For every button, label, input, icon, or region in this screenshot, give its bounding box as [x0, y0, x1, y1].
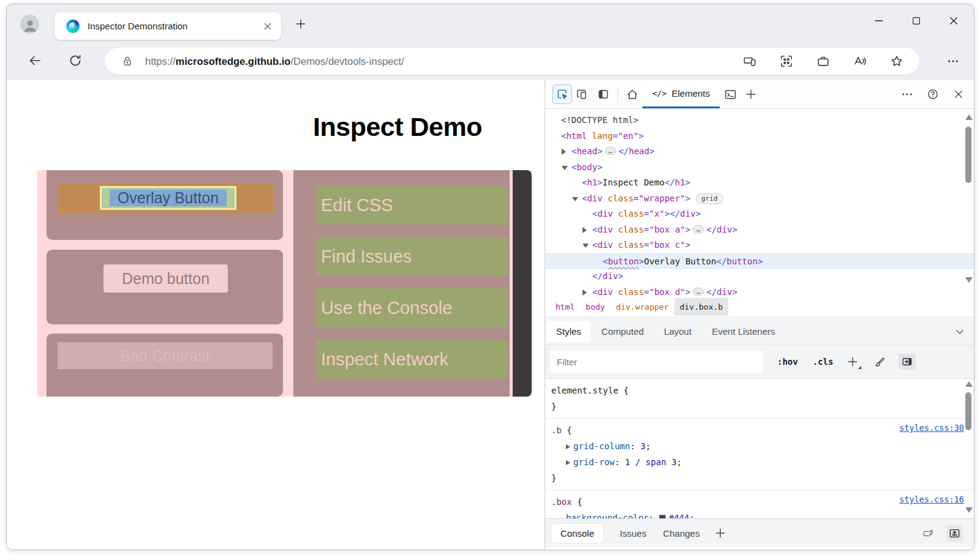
dom-token: head — [576, 146, 597, 156]
ellipsis-expand-icon[interactable]: … — [605, 147, 616, 155]
back-button[interactable] — [28, 53, 42, 68]
dock-side-icon[interactable] — [593, 84, 614, 105]
collapse-arrow-icon[interactable] — [562, 166, 568, 170]
tab-close-icon[interactable] — [263, 21, 273, 31]
tab-title: Inspector Demonstration — [88, 21, 263, 31]
drawer-tab-console[interactable]: Console — [551, 524, 603, 543]
collapse-arrow-icon[interactable] — [582, 244, 589, 248]
css-property[interactable]: grid-column: 3; — [545, 438, 974, 454]
dom-tree-row[interactable]: <head>…</head> — [545, 144, 974, 160]
expand-arrow-icon[interactable] — [562, 149, 566, 155]
box-c: Demo button — [47, 250, 283, 324]
devtools-panel: </> Elements <!DOCTYPE html><html lang="… — [545, 80, 974, 550]
breadcrumb-body[interactable]: body — [580, 298, 610, 316]
computed-sidebar-toggle-icon[interactable] — [899, 354, 916, 370]
inspect-element-icon[interactable] — [552, 84, 572, 104]
page-link-edit-css[interactable]: Edit CSS — [317, 185, 508, 225]
rule-selector-line[interactable]: element.style { — [545, 383, 974, 398]
breadcrumb-div-box-b[interactable]: div.box.b — [674, 298, 728, 316]
tab-styles[interactable]: Styles — [547, 321, 590, 342]
tab-event-listeners[interactable]: Event Listeners — [703, 321, 784, 342]
url-text[interactable]: https://microsoftedge.github.io/Demos/de… — [145, 56, 743, 67]
new-style-rule-icon[interactable] — [846, 356, 859, 368]
drawer-tab-changes[interactable]: Changes — [663, 528, 699, 539]
minimize-button[interactable] — [873, 15, 884, 26]
dom-tree-row[interactable]: <div class="x"></div> — [545, 206, 974, 222]
tab-elements[interactable]: </> Elements — [643, 80, 720, 108]
dom-tree-row[interactable]: <div class="wrapper">grid — [545, 191, 974, 207]
help-icon[interactable] — [922, 84, 943, 105]
favorites-star-icon[interactable] — [890, 54, 903, 68]
more-options-icon[interactable] — [897, 84, 918, 105]
bad-contrast-button[interactable]: Bad Contrast — [58, 342, 273, 369]
page-link-inspect-network[interactable]: Inspect Network — [317, 340, 508, 379]
dom-token — [603, 193, 608, 203]
device-emulation-icon[interactable] — [572, 84, 593, 105]
expand-drawer-icon[interactable] — [946, 525, 963, 542]
read-aloud-icon[interactable] — [853, 54, 867, 68]
collapse-arrow-icon[interactable] — [572, 197, 578, 201]
dom-tree-row[interactable]: <html lang="en"> — [545, 129, 974, 144]
refresh-button[interactable] — [68, 53, 83, 68]
settings-menu-icon[interactable] — [947, 55, 959, 67]
styles-filter-input[interactable] — [550, 351, 763, 373]
brush-icon[interactable] — [873, 356, 885, 368]
tab-computed[interactable]: Computed — [592, 321, 653, 342]
stylesheet-link[interactable]: styles.css:16 — [899, 495, 964, 504]
element-classes-button[interactable]: .cls — [813, 357, 834, 367]
demo-button[interactable]: Demo button — [104, 264, 228, 293]
console-panel-icon[interactable] — [720, 84, 741, 105]
drawer-add-tab-icon[interactable] — [714, 527, 726, 539]
drawer-activity-icon[interactable] — [922, 528, 934, 539]
page-link-use-the-console[interactable]: Use the Console — [317, 288, 508, 327]
tab-layout[interactable]: Layout — [655, 321, 701, 342]
dom-tree-row[interactable]: <button>Overlay Button</button> — [545, 253, 974, 269]
maximize-button[interactable] — [911, 16, 921, 26]
box-d — [513, 170, 532, 397]
expand-value-icon[interactable] — [566, 460, 570, 465]
expand-arrow-icon[interactable] — [582, 289, 587, 296]
dom-token — [613, 240, 618, 250]
styles-scrollbar[interactable] — [965, 379, 972, 521]
css-property[interactable]: grid-row: 1 / span 3; — [545, 454, 974, 470]
dom-tree-row[interactable]: <div class="box c"> — [545, 237, 974, 253]
breadcrumb-html[interactable]: html — [550, 298, 580, 316]
chevron-down-icon[interactable] — [954, 326, 965, 337]
drawer-tab-issues[interactable]: Issues — [620, 528, 646, 539]
dom-tree-row[interactable]: <!DOCTYPE html> — [545, 113, 974, 129]
dom-token: > — [696, 209, 701, 218]
dom-token: </ — [706, 287, 717, 297]
expand-arrow-icon[interactable] — [582, 227, 587, 233]
dom-tree-row[interactable]: </div> — [545, 269, 974, 285]
home-icon[interactable] — [622, 84, 643, 105]
workspaces-icon[interactable] — [816, 54, 830, 68]
property-value: 3 — [641, 441, 646, 451]
browser-tab[interactable]: Inspector Demonstration — [55, 12, 281, 40]
send-to-devices-icon[interactable] — [743, 54, 756, 68]
styles-rules: element.style {}.b {grid-column: 3;grid-… — [545, 379, 974, 521]
breadcrumb-div-wrapper[interactable]: div.wrapper — [611, 298, 674, 316]
property-value: 1 / span 3 — [625, 457, 676, 467]
dom-scrollbar[interactable] — [965, 110, 972, 297]
apps-grid-icon[interactable] — [780, 54, 793, 68]
close-window-button[interactable] — [948, 15, 959, 26]
close-devtools-icon[interactable] — [948, 84, 969, 105]
ellipsis-expand-icon[interactable]: … — [693, 225, 704, 233]
profile-avatar[interactable] — [20, 15, 39, 34]
stylesheet-link[interactable]: styles.css:30 — [899, 423, 964, 433]
dom-tree-row[interactable]: <div class="box a">…</div> — [545, 222, 974, 238]
address-bar[interactable]: https://microsoftedge.github.io/Demos/de… — [105, 48, 919, 75]
dom-tree-row[interactable]: <body> — [545, 160, 974, 176]
dom-token: Inspect Demo — [603, 177, 665, 187]
expand-value-icon[interactable] — [566, 444, 570, 449]
add-panel-icon[interactable] — [741, 84, 761, 105]
page-link-find-issues[interactable]: Find Issues — [317, 237, 508, 276]
dom-tree-row[interactable]: <h1>Inspect Demo</h1> — [545, 175, 974, 191]
lock-icon[interactable] — [121, 55, 134, 67]
ellipsis-expand-icon[interactable]: … — [693, 288, 704, 296]
pseudo-state-button[interactable]: :hov — [777, 357, 798, 367]
new-tab-button[interactable] — [295, 18, 307, 30]
overlay-button[interactable]: Overlay Button — [110, 190, 227, 206]
styles-filter-row: :hov .cls — [545, 345, 974, 379]
grid-badge[interactable]: grid — [696, 193, 723, 204]
